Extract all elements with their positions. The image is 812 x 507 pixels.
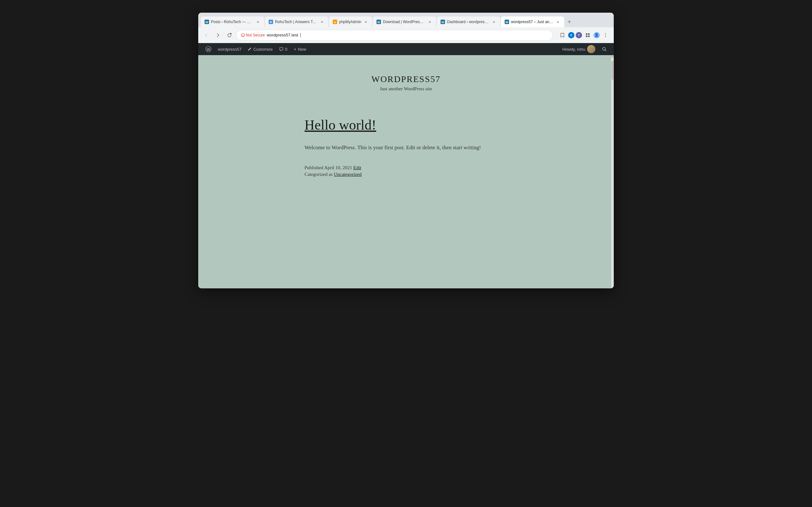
edge-icon[interactable]: e — [568, 32, 574, 38]
address-bar: ! Not Secure wordpress57.test e T — [198, 27, 614, 43]
wp-logo-icon: W — [205, 46, 212, 52]
svg-text:W: W — [207, 48, 210, 51]
svg-text:M: M — [334, 21, 336, 24]
scrollbar[interactable] — [611, 58, 614, 288]
tab-favicon-2: R — [269, 20, 273, 24]
address-input[interactable]: ! Not Secure wordpress57.test — [236, 30, 553, 41]
wp-logo-item[interactable]: W — [202, 43, 215, 55]
svg-point-21 — [605, 36, 606, 37]
tab-favicon-6: W — [505, 20, 509, 24]
tab-favicon-1: W — [205, 20, 209, 24]
site-content: WORDPRESS57 Just another WordPress site … — [198, 55, 614, 288]
admin-search-button[interactable] — [599, 43, 610, 55]
tab-close-4[interactable]: ✕ — [427, 19, 432, 24]
browser-tab-2[interactable]: R RohuTech | Answers To Yo... ✕ — [265, 16, 328, 27]
tab-close-1[interactable]: ✕ — [255, 19, 260, 24]
tab-favicon-5: W — [441, 20, 445, 24]
tab-close-2[interactable]: ✕ — [319, 19, 324, 24]
browser-tab-6[interactable]: W wordpress57 – Just anothe... ✕ — [501, 16, 564, 27]
comments-item[interactable]: 0 — [276, 43, 291, 55]
text-cursor — [300, 33, 301, 38]
svg-text:W: W — [206, 20, 208, 24]
site-title: WORDPRESS57 — [371, 74, 441, 84]
post-published-line: Published April 10, 2021 Edit — [305, 165, 507, 170]
svg-rect-15 — [586, 33, 588, 35]
extensions-button[interactable] — [583, 31, 592, 40]
svg-text:W: W — [442, 20, 444, 24]
site-tagline: Just another WordPress site — [371, 86, 441, 92]
url-display: wordpress57.test — [267, 33, 298, 38]
svg-text:W: W — [506, 20, 508, 24]
tab-close-5[interactable]: ✕ — [491, 19, 496, 24]
post-edit-link[interactable]: Edit — [353, 165, 361, 170]
user-avatar — [587, 45, 595, 53]
svg-text:W: W — [377, 20, 380, 24]
svg-point-20 — [605, 35, 606, 35]
tab-close-6[interactable]: ✕ — [555, 19, 560, 24]
reload-button[interactable] — [225, 31, 234, 40]
customize-item[interactable]: Customize — [245, 43, 275, 55]
browser-tab-5[interactable]: W Dashboard ‹ wordpress57... ✕ — [437, 16, 500, 27]
svg-point-19 — [605, 33, 606, 34]
teams-icon[interactable]: T — [576, 32, 582, 38]
forward-button[interactable] — [213, 31, 222, 40]
tab-title-6: wordpress57 – Just anothe... — [511, 20, 554, 24]
profile-icon[interactable]: 👤 — [594, 32, 600, 38]
tab-title-4: Download | WordPress.org — [383, 20, 425, 24]
browser-content: W wordpress57 Customize — [198, 43, 614, 288]
site-name-item[interactable]: wordpress57 — [215, 43, 245, 55]
tab-title-3: phpMyAdmin — [339, 20, 361, 24]
menu-button[interactable] — [601, 31, 610, 40]
scrollbar-thumb[interactable] — [612, 61, 613, 80]
post-category-link[interactable]: Uncategorized — [334, 172, 361, 177]
post-container: Hello world! Welcome to WordPress. This … — [298, 104, 514, 198]
howdy-text[interactable]: Howdy, rohu — [559, 45, 599, 53]
admin-bar-right: Howdy, rohu — [559, 43, 610, 55]
svg-text:R: R — [270, 20, 272, 24]
svg-rect-17 — [586, 36, 588, 37]
security-indicator: ! Not Secure — [241, 33, 265, 38]
tab-close-3[interactable]: ✕ — [363, 19, 368, 24]
tab-title-5: Dashboard ‹ wordpress57... — [447, 20, 490, 24]
tab-favicon-4: W — [376, 20, 381, 24]
new-tab-button[interactable]: + — [565, 17, 574, 26]
browser-tab-1[interactable]: W Posts ‹ RohuTech — Word... ✕ — [201, 16, 264, 27]
post-meta: Published April 10, 2021 Edit Categorize… — [305, 165, 507, 177]
tab-title-2: RohuTech | Answers To Yo... — [275, 20, 317, 24]
svg-rect-16 — [588, 33, 590, 35]
browser-tab-3[interactable]: M phpMyAdmin ✕ — [329, 16, 372, 27]
tab-title-1: Posts ‹ RohuTech — Word... — [211, 20, 253, 24]
post-body: Welcome to WordPress. This is your first… — [305, 143, 507, 153]
bookmark-button[interactable] — [558, 31, 567, 40]
svg-rect-18 — [588, 36, 590, 37]
browser-actions: e T 👤 — [558, 31, 610, 40]
tab-favicon-3: M — [333, 20, 337, 24]
new-content-item[interactable]: + New — [291, 43, 309, 55]
browser-tab-4[interactable]: W Download | WordPress.org ✕ — [373, 16, 436, 27]
post-title[interactable]: Hello world! — [305, 117, 507, 134]
site-header: WORDPRESS57 Just another WordPress site — [365, 55, 447, 104]
site-wrapper: W wordpress57 Customize — [198, 43, 614, 288]
wp-admin-bar: W wordpress57 Customize — [198, 43, 614, 55]
post-category-line: Categorized as Uncategorized — [305, 172, 507, 177]
svg-text:!: ! — [243, 34, 244, 37]
back-button[interactable] — [202, 31, 211, 40]
tab-bar: W Posts ‹ RohuTech — Word... ✕ R RohuTec… — [198, 13, 614, 27]
